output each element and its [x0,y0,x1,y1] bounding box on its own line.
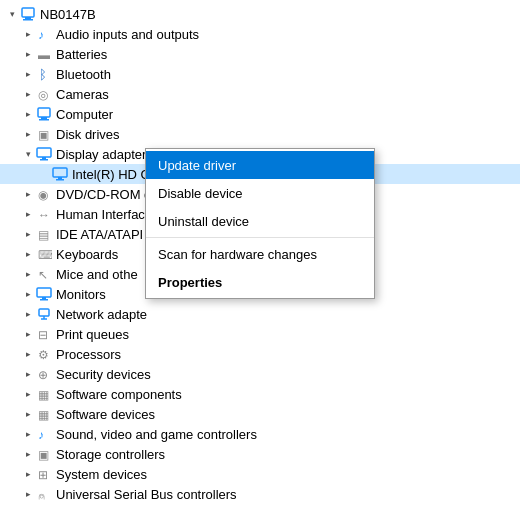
tree-item-disk[interactable]: ▣Disk drives [0,124,520,144]
expander-intel-hd[interactable] [36,166,52,182]
expander-software-devices[interactable] [20,406,36,422]
svg-rect-22 [37,288,51,297]
device-icon-processors: ⚙ [36,346,52,362]
expander-processors[interactable] [20,346,36,362]
device-icon-keyboards: ⌨ [36,246,52,262]
expander-ide[interactable] [20,226,36,242]
tree-label-disk: Disk drives [56,127,120,142]
tree-label-monitors: Monitors [56,287,106,302]
tree-item-software-components[interactable]: ▦Software components [0,384,520,404]
expander-bluetooth[interactable] [20,66,36,82]
expander-print[interactable] [20,326,36,342]
menu-item-update-driver[interactable]: Update driver [146,151,374,179]
expander-batteries[interactable] [20,46,36,62]
tree-label-software-devices: Software devices [56,407,155,422]
svg-text:▤: ▤ [38,228,49,242]
tree-item-computer[interactable]: Computer [0,104,520,124]
device-icon-batteries: ▬ [36,46,52,62]
tree-item-cameras[interactable]: ◎Cameras [0,84,520,104]
tree-label-storage: Storage controllers [56,447,165,462]
expander-audio[interactable] [20,26,36,42]
tree-item-storage[interactable]: ▣Storage controllers [0,444,520,464]
expander-network[interactable] [20,306,36,322]
tree-label-ide: IDE ATA/ATAPI c [56,227,153,242]
tree-label-usb: Universal Serial Bus controllers [56,487,237,502]
expander-security[interactable] [20,366,36,382]
device-icon-display-adapters [36,146,52,162]
svg-text:↔: ↔ [38,208,50,222]
tree-label-nb0147b: NB0147B [40,7,96,22]
expander-sound[interactable] [20,426,36,442]
device-icon-ide: ▤ [36,226,52,242]
expander-system-devices[interactable] [20,466,36,482]
tree-item-software-devices[interactable]: ▦Software devices [0,404,520,424]
svg-rect-8 [41,117,47,119]
menu-item-uninstall-device[interactable]: Uninstall device [146,207,374,235]
tree-item-usb[interactable]: ⍝Universal Serial Bus controllers [0,484,520,504]
expander-storage[interactable] [20,446,36,462]
device-icon-audio: ♪ [36,26,52,42]
device-icon-sound: ♪ [36,426,52,442]
tree-item-bluetooth[interactable]: ᛒ Bluetooth [0,64,520,84]
svg-rect-12 [42,157,46,159]
expander-mice[interactable] [20,266,36,282]
tree-item-processors[interactable]: ⚙Processors [0,344,520,364]
expander-dvd[interactable] [20,186,36,202]
tree-label-network: Network adapte [56,307,147,322]
device-icon-cameras: ◎ [36,86,52,102]
tree-label-keyboards: Keyboards [56,247,118,262]
tree-label-system-devices: System devices [56,467,147,482]
svg-text:⌨: ⌨ [38,248,52,262]
tree-label-audio: Audio inputs and outputs [56,27,199,42]
expander-human[interactable] [20,206,36,222]
device-icon-bluetooth: ᛒ [36,66,52,82]
svg-text:▣: ▣ [38,128,49,142]
device-icon-computer [36,106,52,122]
tree-item-print[interactable]: ⊟Print queues [0,324,520,344]
device-icon-network [36,306,52,322]
tree-label-computer: Computer [56,107,113,122]
expander-nb0147b[interactable] [4,6,20,22]
svg-text:♪: ♪ [38,428,44,442]
svg-text:◉: ◉ [38,188,48,202]
tree-item-network[interactable]: Network adapte [0,304,520,324]
svg-text:⊞: ⊞ [38,468,48,482]
device-icon-security: ⊕ [36,366,52,382]
tree-label-software-components: Software components [56,387,182,402]
tree-item-security[interactable]: ⊕Security devices [0,364,520,384]
tree-item-system-devices[interactable]: ⊞System devices [0,464,520,484]
tree-label-dvd: DVD/CD-ROM d [56,187,151,202]
svg-rect-2 [23,19,33,21]
svg-text:⊟: ⊟ [38,328,48,342]
tree-item-sound[interactable]: ♪Sound, video and game controllers [0,424,520,444]
svg-rect-15 [58,177,62,179]
expander-keyboards[interactable] [20,246,36,262]
tree-item-audio[interactable]: ♪Audio inputs and outputs [0,24,520,44]
svg-text:⍝: ⍝ [38,488,45,502]
svg-text:▦: ▦ [38,388,49,402]
device-icon-software-components: ▦ [36,386,52,402]
svg-rect-14 [53,168,67,177]
expander-software-components[interactable] [20,386,36,402]
tree-label-human: Human Interfac [56,207,145,222]
svg-rect-13 [40,159,48,161]
expander-monitors[interactable] [20,286,36,302]
tree-label-mice: Mice and othe [56,267,138,282]
svg-text:▦: ▦ [38,408,49,422]
expander-cameras[interactable] [20,86,36,102]
device-icon-disk: ▣ [36,126,52,142]
svg-rect-16 [56,179,64,181]
expander-display-adapters[interactable] [20,146,36,162]
svg-text:ᛒ: ᛒ [39,67,47,82]
tree-item-batteries[interactable]: ▬Batteries [0,44,520,64]
device-icon-monitors [36,286,52,302]
expander-computer[interactable] [20,106,36,122]
expander-usb[interactable] [20,486,36,502]
menu-item-scan-hardware[interactable]: Scan for hardware changes [146,240,374,268]
expander-disk[interactable] [20,126,36,142]
menu-item-disable-device[interactable]: Disable device [146,179,374,207]
svg-text:▬: ▬ [38,48,50,62]
tree-item-nb0147b[interactable]: NB0147B [0,4,520,24]
menu-item-properties[interactable]: Properties [146,268,374,296]
device-icon-human: ↔ [36,206,52,222]
